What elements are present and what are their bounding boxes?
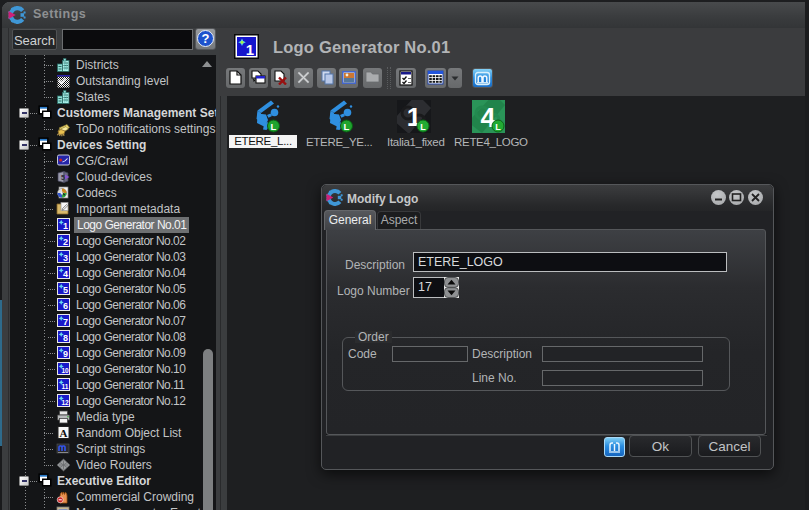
svg-text:L: L [495,122,501,132]
svg-text:12: 12 [61,399,69,406]
svg-text:4: 4 [63,269,68,279]
svg-text:1: 1 [63,221,68,231]
svg-text:L: L [420,122,426,132]
svg-text:2: 2 [63,237,68,247]
svg-text:9: 9 [63,349,68,359]
svg-text:A: A [60,427,68,439]
svg-text:5: 5 [63,285,68,295]
svg-text:1: 1 [246,41,254,58]
svg-text:6: 6 [63,301,68,311]
svg-text:11: 11 [62,383,69,390]
svg-text:10: 10 [61,367,69,374]
svg-text:7: 7 [63,317,68,327]
svg-text:L: L [271,121,277,132]
svg-text:3: 3 [63,253,68,263]
svg-text:L: L [344,121,350,132]
svg-text:8: 8 [63,333,68,343]
svg-text:5: 5 [61,174,65,181]
